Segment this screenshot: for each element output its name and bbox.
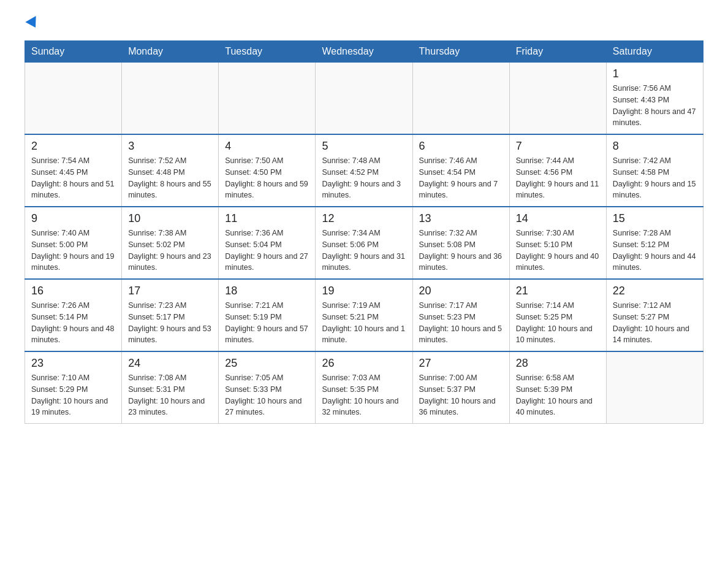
calendar-cell (122, 63, 219, 135)
day-number: 1 (613, 67, 697, 80)
day-number: 11 (225, 212, 309, 225)
calendar-cell: 13Sunrise: 7:32 AM Sunset: 5:08 PM Dayli… (412, 207, 509, 279)
calendar-cell (412, 63, 509, 135)
day-info: Sunrise: 7:00 AM Sunset: 5:37 PM Dayligh… (419, 372, 503, 418)
calendar-table: SundayMondayTuesdayWednesdayThursdayFrid… (25, 40, 703, 424)
calendar-week-row: 9Sunrise: 7:40 AM Sunset: 5:00 PM Daylig… (25, 207, 703, 279)
day-info: Sunrise: 7:50 AM Sunset: 4:50 PM Dayligh… (225, 155, 309, 201)
day-number: 28 (516, 357, 600, 370)
day-info: Sunrise: 7:10 AM Sunset: 5:29 PM Dayligh… (31, 372, 115, 418)
calendar-cell: 15Sunrise: 7:28 AM Sunset: 5:12 PM Dayli… (606, 207, 703, 279)
day-number: 27 (419, 357, 503, 370)
calendar-cell: 5Sunrise: 7:48 AM Sunset: 4:52 PM Daylig… (316, 134, 412, 207)
day-info: Sunrise: 7:12 AM Sunset: 5:27 PM Dayligh… (613, 300, 697, 346)
calendar-cell: 24Sunrise: 7:08 AM Sunset: 5:31 PM Dayli… (122, 351, 219, 424)
day-info: Sunrise: 7:48 AM Sunset: 4:52 PM Dayligh… (322, 155, 406, 201)
calendar-cell (606, 351, 703, 424)
calendar-cell: 16Sunrise: 7:26 AM Sunset: 5:14 PM Dayli… (25, 279, 122, 351)
calendar-cell: 21Sunrise: 7:14 AM Sunset: 5:25 PM Dayli… (509, 279, 606, 351)
day-info: Sunrise: 7:08 AM Sunset: 5:31 PM Dayligh… (128, 372, 212, 418)
calendar-cell: 27Sunrise: 7:00 AM Sunset: 5:37 PM Dayli… (412, 351, 509, 424)
day-number: 23 (31, 357, 115, 370)
day-info: Sunrise: 7:36 AM Sunset: 5:04 PM Dayligh… (225, 228, 309, 274)
day-info: Sunrise: 7:38 AM Sunset: 5:02 PM Dayligh… (128, 228, 212, 274)
day-info: Sunrise: 7:42 AM Sunset: 4:58 PM Dayligh… (613, 155, 697, 201)
calendar-cell: 18Sunrise: 7:21 AM Sunset: 5:19 PM Dayli… (219, 279, 316, 351)
day-number: 9 (31, 212, 115, 225)
calendar-header-row: SundayMondayTuesdayWednesdayThursdayFrid… (25, 41, 703, 63)
day-info: Sunrise: 7:52 AM Sunset: 4:48 PM Dayligh… (128, 155, 212, 201)
logo-triangle-icon (25, 16, 40, 31)
weekday-header: Sunday (25, 41, 122, 63)
day-info: Sunrise: 7:28 AM Sunset: 5:12 PM Dayligh… (613, 228, 697, 274)
day-number: 16 (31, 285, 115, 297)
day-info: Sunrise: 7:21 AM Sunset: 5:19 PM Dayligh… (225, 300, 309, 346)
calendar-cell: 11Sunrise: 7:36 AM Sunset: 5:04 PM Dayli… (219, 207, 316, 279)
day-info: Sunrise: 7:30 AM Sunset: 5:10 PM Dayligh… (516, 228, 600, 274)
weekday-header: Monday (122, 41, 219, 63)
weekday-header: Tuesday (219, 41, 316, 63)
calendar-cell: 20Sunrise: 7:17 AM Sunset: 5:23 PM Dayli… (412, 279, 509, 351)
page-header (25, 18, 703, 28)
day-info: Sunrise: 7:17 AM Sunset: 5:23 PM Dayligh… (419, 300, 503, 346)
day-number: 19 (322, 285, 406, 297)
day-number: 26 (322, 357, 406, 370)
calendar-cell: 14Sunrise: 7:30 AM Sunset: 5:10 PM Dayli… (509, 207, 606, 279)
calendar-cell (316, 63, 412, 135)
day-number: 12 (322, 212, 406, 225)
day-info: Sunrise: 7:32 AM Sunset: 5:08 PM Dayligh… (419, 228, 503, 274)
day-number: 24 (128, 357, 212, 370)
weekday-header: Friday (509, 41, 606, 63)
calendar-week-row: 1Sunrise: 7:56 AM Sunset: 4:43 PM Daylig… (25, 63, 703, 135)
day-number: 22 (613, 285, 697, 297)
day-info: Sunrise: 7:40 AM Sunset: 5:00 PM Dayligh… (31, 228, 115, 274)
day-number: 18 (225, 285, 309, 297)
day-info: Sunrise: 7:19 AM Sunset: 5:21 PM Dayligh… (322, 300, 406, 346)
calendar-cell: 10Sunrise: 7:38 AM Sunset: 5:02 PM Dayli… (122, 207, 219, 279)
day-info: Sunrise: 7:14 AM Sunset: 5:25 PM Dayligh… (516, 300, 600, 346)
day-number: 21 (516, 285, 600, 297)
calendar-cell: 3Sunrise: 7:52 AM Sunset: 4:48 PM Daylig… (122, 134, 219, 207)
day-number: 17 (128, 285, 212, 297)
calendar-week-row: 16Sunrise: 7:26 AM Sunset: 5:14 PM Dayli… (25, 279, 703, 351)
calendar-cell (25, 63, 122, 135)
calendar-week-row: 23Sunrise: 7:10 AM Sunset: 5:29 PM Dayli… (25, 351, 703, 424)
day-info: Sunrise: 6:58 AM Sunset: 5:39 PM Dayligh… (516, 372, 600, 418)
day-info: Sunrise: 7:05 AM Sunset: 5:33 PM Dayligh… (225, 372, 309, 418)
day-number: 6 (419, 140, 503, 153)
calendar-cell (509, 63, 606, 135)
weekday-header: Thursday (412, 41, 509, 63)
calendar-cell: 25Sunrise: 7:05 AM Sunset: 5:33 PM Dayli… (219, 351, 316, 424)
day-number: 2 (31, 140, 115, 153)
calendar-cell: 22Sunrise: 7:12 AM Sunset: 5:27 PM Dayli… (606, 279, 703, 351)
calendar-cell: 1Sunrise: 7:56 AM Sunset: 4:43 PM Daylig… (606, 63, 703, 135)
calendar-cell: 2Sunrise: 7:54 AM Sunset: 4:45 PM Daylig… (25, 134, 122, 207)
day-number: 20 (419, 285, 503, 297)
day-number: 13 (419, 212, 503, 225)
day-info: Sunrise: 7:23 AM Sunset: 5:17 PM Dayligh… (128, 300, 212, 346)
calendar-cell: 8Sunrise: 7:42 AM Sunset: 4:58 PM Daylig… (606, 134, 703, 207)
logo (25, 18, 39, 28)
calendar-cell: 4Sunrise: 7:50 AM Sunset: 4:50 PM Daylig… (219, 134, 316, 207)
day-number: 3 (128, 140, 212, 153)
day-info: Sunrise: 7:44 AM Sunset: 4:56 PM Dayligh… (516, 155, 600, 201)
day-info: Sunrise: 7:56 AM Sunset: 4:43 PM Dayligh… (613, 83, 697, 129)
day-info: Sunrise: 7:54 AM Sunset: 4:45 PM Dayligh… (31, 155, 115, 201)
day-info: Sunrise: 7:26 AM Sunset: 5:14 PM Dayligh… (31, 300, 115, 346)
day-number: 15 (613, 212, 697, 225)
calendar-cell: 26Sunrise: 7:03 AM Sunset: 5:35 PM Dayli… (316, 351, 412, 424)
day-number: 10 (128, 212, 212, 225)
calendar-cell: 17Sunrise: 7:23 AM Sunset: 5:17 PM Dayli… (122, 279, 219, 351)
weekday-header: Wednesday (316, 41, 412, 63)
day-number: 14 (516, 212, 600, 225)
calendar-cell: 7Sunrise: 7:44 AM Sunset: 4:56 PM Daylig… (509, 134, 606, 207)
day-number: 5 (322, 140, 406, 153)
day-info: Sunrise: 7:46 AM Sunset: 4:54 PM Dayligh… (419, 155, 503, 201)
day-number: 4 (225, 140, 309, 153)
calendar-cell: 9Sunrise: 7:40 AM Sunset: 5:00 PM Daylig… (25, 207, 122, 279)
calendar-cell: 6Sunrise: 7:46 AM Sunset: 4:54 PM Daylig… (412, 134, 509, 207)
calendar-cell: 23Sunrise: 7:10 AM Sunset: 5:29 PM Dayli… (25, 351, 122, 424)
day-number: 8 (613, 140, 697, 153)
weekday-header: Saturday (606, 41, 703, 63)
calendar-cell: 19Sunrise: 7:19 AM Sunset: 5:21 PM Dayli… (316, 279, 412, 351)
